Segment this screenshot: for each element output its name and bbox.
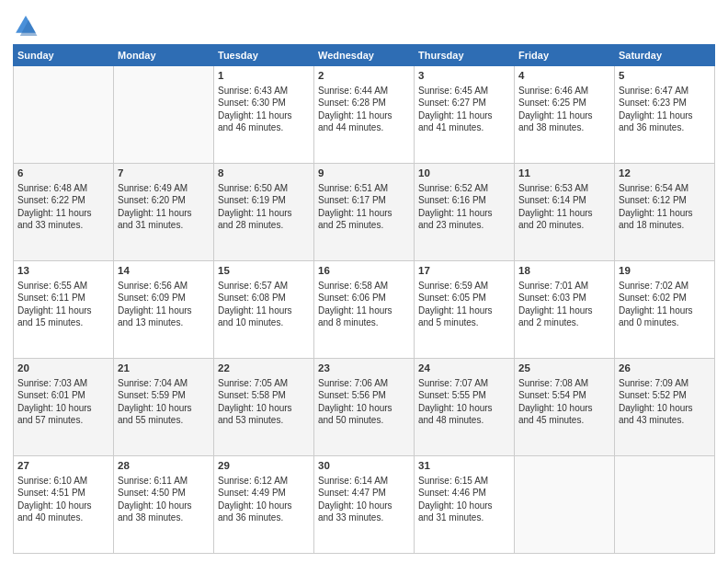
day-info: Sunrise: 7:06 AM Sunset: 5:56 PM Dayligh… <box>318 377 410 427</box>
day-number: 14 <box>118 264 210 279</box>
day-number: 26 <box>619 362 711 376</box>
calendar-cell: 4Sunrise: 6:46 AM Sunset: 6:25 PM Daylig… <box>515 66 615 164</box>
day-number: 24 <box>418 362 510 376</box>
day-info: Sunrise: 6:50 AM Sunset: 6:19 PM Dayligh… <box>218 182 310 232</box>
day-number: 27 <box>17 459 109 474</box>
calendar-cell: 14Sunrise: 6:56 AM Sunset: 6:09 PM Dayli… <box>114 261 214 359</box>
day-info: Sunrise: 7:04 AM Sunset: 5:59 PM Dayligh… <box>118 377 210 427</box>
day-info: Sunrise: 7:03 AM Sunset: 6:01 PM Dayligh… <box>17 377 109 427</box>
calendar-week-row: 20Sunrise: 7:03 AM Sunset: 6:01 PM Dayli… <box>14 359 715 456</box>
calendar-cell: 9Sunrise: 6:51 AM Sunset: 6:17 PM Daylig… <box>314 164 415 261</box>
calendar-cell: 19Sunrise: 7:02 AM Sunset: 6:02 PM Dayli… <box>615 261 715 359</box>
calendar-cell: 15Sunrise: 6:57 AM Sunset: 6:08 PM Dayli… <box>214 261 314 359</box>
day-number: 8 <box>218 167 310 181</box>
day-info: Sunrise: 6:45 AM Sunset: 6:27 PM Dayligh… <box>418 85 510 134</box>
calendar-cell: 5Sunrise: 6:47 AM Sunset: 6:23 PM Daylig… <box>615 66 715 164</box>
day-number: 9 <box>318 167 410 181</box>
calendar-table: SundayMondayTuesdayWednesdayThursdayFrid… <box>13 44 715 554</box>
day-number: 10 <box>418 167 510 181</box>
calendar-cell: 7Sunrise: 6:49 AM Sunset: 6:20 PM Daylig… <box>114 164 214 261</box>
day-number: 28 <box>118 459 210 474</box>
day-info: Sunrise: 6:58 AM Sunset: 6:06 PM Dayligh… <box>318 280 410 329</box>
calendar-cell: 18Sunrise: 7:01 AM Sunset: 6:03 PM Dayli… <box>515 261 615 359</box>
day-info: Sunrise: 6:54 AM Sunset: 6:12 PM Dayligh… <box>619 182 711 232</box>
calendar-week-row: 1Sunrise: 6:43 AM Sunset: 6:30 PM Daylig… <box>14 66 715 164</box>
day-number: 13 <box>17 264 109 279</box>
day-info: Sunrise: 7:01 AM Sunset: 6:03 PM Dayligh… <box>518 280 610 329</box>
calendar-cell: 6Sunrise: 6:48 AM Sunset: 6:22 PM Daylig… <box>14 164 114 261</box>
day-number: 18 <box>518 264 610 279</box>
day-number: 17 <box>418 264 510 279</box>
day-info: Sunrise: 6:53 AM Sunset: 6:14 PM Dayligh… <box>518 182 610 232</box>
day-number: 22 <box>218 362 310 376</box>
weekday-header: Tuesday <box>214 45 314 66</box>
calendar-cell: 24Sunrise: 7:07 AM Sunset: 5:55 PM Dayli… <box>415 359 515 456</box>
day-info: Sunrise: 7:08 AM Sunset: 5:54 PM Dayligh… <box>518 377 610 427</box>
calendar-week-row: 6Sunrise: 6:48 AM Sunset: 6:22 PM Daylig… <box>14 164 715 261</box>
weekday-header: Wednesday <box>314 45 415 66</box>
calendar-cell: 27Sunrise: 6:10 AM Sunset: 4:51 PM Dayli… <box>14 456 114 554</box>
calendar-week-row: 27Sunrise: 6:10 AM Sunset: 4:51 PM Dayli… <box>14 456 715 554</box>
day-info: Sunrise: 6:57 AM Sunset: 6:08 PM Dayligh… <box>218 280 310 329</box>
day-number: 5 <box>619 69 711 84</box>
calendar-cell: 3Sunrise: 6:45 AM Sunset: 6:27 PM Daylig… <box>415 66 515 164</box>
calendar-header: SundayMondayTuesdayWednesdayThursdayFrid… <box>14 45 715 66</box>
calendar-cell: 29Sunrise: 6:12 AM Sunset: 4:49 PM Dayli… <box>214 456 314 554</box>
day-info: Sunrise: 6:52 AM Sunset: 6:16 PM Dayligh… <box>418 182 510 232</box>
day-number: 16 <box>318 264 410 279</box>
calendar-cell: 21Sunrise: 7:04 AM Sunset: 5:59 PM Dayli… <box>114 359 214 456</box>
day-info: Sunrise: 6:14 AM Sunset: 4:47 PM Dayligh… <box>318 475 410 524</box>
calendar-cell: 30Sunrise: 6:14 AM Sunset: 4:47 PM Dayli… <box>314 456 415 554</box>
weekday-header: Monday <box>114 45 214 66</box>
calendar-cell: 31Sunrise: 6:15 AM Sunset: 4:46 PM Dayli… <box>415 456 515 554</box>
page: SundayMondayTuesdayWednesdayThursdayFrid… <box>0 0 728 563</box>
day-number: 4 <box>518 69 610 84</box>
day-number: 1 <box>218 69 310 84</box>
day-info: Sunrise: 6:47 AM Sunset: 6:23 PM Dayligh… <box>619 85 711 134</box>
calendar-cell: 16Sunrise: 6:58 AM Sunset: 6:06 PM Dayli… <box>314 261 415 359</box>
day-info: Sunrise: 6:12 AM Sunset: 4:49 PM Dayligh… <box>218 475 310 524</box>
weekday-header-row: SundayMondayTuesdayWednesdayThursdayFrid… <box>14 45 715 66</box>
day-info: Sunrise: 6:51 AM Sunset: 6:17 PM Dayligh… <box>318 182 410 232</box>
day-number: 7 <box>118 167 210 181</box>
calendar-cell: 10Sunrise: 6:52 AM Sunset: 6:16 PM Dayli… <box>415 164 515 261</box>
day-info: Sunrise: 6:48 AM Sunset: 6:22 PM Dayligh… <box>17 182 109 232</box>
calendar-cell <box>515 456 615 554</box>
calendar-cell: 11Sunrise: 6:53 AM Sunset: 6:14 PM Dayli… <box>515 164 615 261</box>
logo <box>13 13 42 39</box>
day-info: Sunrise: 6:59 AM Sunset: 6:05 PM Dayligh… <box>418 280 510 329</box>
calendar-cell <box>615 456 715 554</box>
header <box>13 9 715 39</box>
day-number: 31 <box>418 459 510 474</box>
day-info: Sunrise: 6:10 AM Sunset: 4:51 PM Dayligh… <box>17 475 109 524</box>
calendar-cell: 26Sunrise: 7:09 AM Sunset: 5:52 PM Dayli… <box>615 359 715 456</box>
day-info: Sunrise: 6:11 AM Sunset: 4:50 PM Dayligh… <box>118 475 210 524</box>
day-info: Sunrise: 6:49 AM Sunset: 6:20 PM Dayligh… <box>118 182 210 232</box>
day-number: 2 <box>318 69 410 84</box>
calendar-cell: 28Sunrise: 6:11 AM Sunset: 4:50 PM Dayli… <box>114 456 214 554</box>
weekday-header: Saturday <box>615 45 715 66</box>
day-number: 29 <box>218 459 310 474</box>
day-info: Sunrise: 6:15 AM Sunset: 4:46 PM Dayligh… <box>418 475 510 524</box>
day-number: 15 <box>218 264 310 279</box>
weekday-header: Sunday <box>14 45 114 66</box>
day-number: 20 <box>17 362 109 376</box>
calendar-cell: 20Sunrise: 7:03 AM Sunset: 6:01 PM Dayli… <box>14 359 114 456</box>
day-info: Sunrise: 6:46 AM Sunset: 6:25 PM Dayligh… <box>518 85 610 134</box>
calendar-cell <box>114 66 214 164</box>
weekday-header: Thursday <box>415 45 515 66</box>
calendar-cell: 13Sunrise: 6:55 AM Sunset: 6:11 PM Dayli… <box>14 261 114 359</box>
calendar-cell: 8Sunrise: 6:50 AM Sunset: 6:19 PM Daylig… <box>214 164 314 261</box>
calendar-cell: 2Sunrise: 6:44 AM Sunset: 6:28 PM Daylig… <box>314 66 415 164</box>
calendar-cell: 12Sunrise: 6:54 AM Sunset: 6:12 PM Dayli… <box>615 164 715 261</box>
day-number: 11 <box>518 167 610 181</box>
day-info: Sunrise: 7:02 AM Sunset: 6:02 PM Dayligh… <box>619 280 711 329</box>
calendar-cell: 22Sunrise: 7:05 AM Sunset: 5:58 PM Dayli… <box>214 359 314 456</box>
logo-icon <box>13 13 39 39</box>
day-info: Sunrise: 6:55 AM Sunset: 6:11 PM Dayligh… <box>17 280 109 329</box>
day-number: 6 <box>17 167 109 181</box>
calendar-cell: 25Sunrise: 7:08 AM Sunset: 5:54 PM Dayli… <box>515 359 615 456</box>
calendar-cell <box>14 66 114 164</box>
day-number: 30 <box>318 459 410 474</box>
day-number: 12 <box>619 167 711 181</box>
